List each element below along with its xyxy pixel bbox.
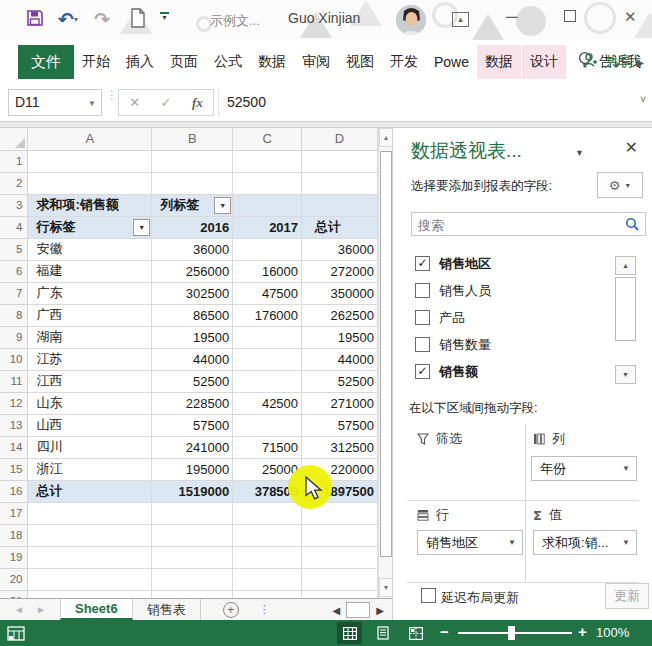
row-header-13[interactable]: 13 [0,414,28,436]
column-header-B[interactable]: B [152,128,233,150]
cell-C21[interactable] [233,590,302,598]
cell-D6[interactable]: 272000 [302,260,378,282]
close-button[interactable]: ✕ [624,8,637,26]
cell-B7[interactable]: 302500 [152,282,233,304]
cell-A20[interactable] [28,568,152,590]
share-button[interactable]: 共享 ▶ [582,45,644,79]
save-icon[interactable] [26,9,44,31]
cell-A6[interactable]: 福建 [28,260,152,282]
row-header-1[interactable]: 1 [0,150,28,172]
cell-B8[interactable]: 86500 [152,304,233,326]
zoom-out-icon[interactable]: − [440,623,449,640]
row-header-16[interactable]: 16 [0,480,28,502]
column-header-D[interactable]: D [302,128,378,150]
update-button[interactable]: 更新 [605,583,649,609]
row-header-10[interactable]: 10 [0,348,28,370]
field-item-4[interactable]: ✓销售额 [411,358,478,385]
cell-D12[interactable]: 271000 [302,392,378,414]
cell-C18[interactable] [233,524,302,546]
new-sheet-button[interactable]: + [223,599,239,620]
field-checkbox[interactable] [415,283,430,298]
sheet-nav-left-icon[interactable]: ◄ [14,604,24,615]
vertical-scrollbar[interactable]: ▲ ▼ [378,128,392,598]
cell-B19[interactable] [152,546,233,568]
cell-B13[interactable]: 57500 [152,414,233,436]
page-break-view-button[interactable] [403,622,428,644]
cell-A8[interactable]: 广西 [28,304,152,326]
ribbon-contextual-tab-1[interactable]: 设计 [522,45,567,79]
cell-A17[interactable] [28,502,152,524]
name-box-dropdown-icon[interactable]: ▼ [88,99,96,108]
ribbon-tab-6[interactable]: 视图 [338,45,382,79]
cell-B4[interactable]: 2016 [152,216,233,238]
row-header-6[interactable]: 6 [0,260,28,282]
cell-B3[interactable]: 列标签▼ [152,194,233,216]
field-checkbox[interactable]: ✓ [415,364,430,379]
cell-D9[interactable]: 19500 [302,326,378,348]
cell-D5[interactable]: 36000 [302,238,378,260]
cancel-entry-icon[interactable]: ✕ [129,95,140,110]
cell-B18[interactable] [152,524,233,546]
zoom-slider-track[interactable] [458,632,572,634]
cell-C2[interactable] [233,172,302,194]
cell-B17[interactable] [152,502,233,524]
pane-close-icon[interactable]: ✕ [625,138,638,157]
cell-B5[interactable]: 36000 [152,238,233,260]
cell-B16[interactable]: 1519000 [152,480,233,502]
cell-D4[interactable]: 总计 [302,216,378,238]
row-header-14[interactable]: 14 [0,436,28,458]
cell-B2[interactable] [152,172,233,194]
cell-C9[interactable] [233,326,302,348]
scroll-up-icon[interactable]: ▲ [379,128,393,147]
row-header-18[interactable]: 18 [0,524,28,546]
row-header-5[interactable]: 5 [0,238,28,260]
row-header-15[interactable]: 15 [0,458,28,480]
name-box[interactable]: D11▼ [8,89,102,116]
pane-options-icon[interactable]: ▼ [575,148,584,158]
sheet-tab[interactable]: 销售表 [133,599,201,620]
ribbon-contextual-tab-0[interactable]: 数据 [477,45,522,79]
cell-D19[interactable] [302,546,378,568]
row-header-17[interactable]: 17 [0,502,28,524]
field-item-2[interactable]: 产品 [411,304,465,331]
zoom-level[interactable]: 100% [596,625,629,640]
cell-A4[interactable]: 行标签▼ [28,216,152,238]
search-icon[interactable] [624,216,640,236]
field-list-scrollbar-thumb[interactable] [615,277,636,341]
page-layout-view-button[interactable] [370,622,395,644]
row-header-20[interactable]: 20 [0,568,28,590]
cell-A12[interactable]: 山东 [28,392,152,414]
horizontal-scrollbar[interactable]: ◀ ▶ [327,600,390,620]
defer-layout-checkbox[interactable] [421,588,436,603]
cell-D2[interactable] [302,172,378,194]
ribbon-tab-0[interactable]: 开始 [74,45,118,79]
formula-input[interactable]: 52500 [218,89,644,116]
normal-view-button[interactable] [337,622,362,644]
cell-C3[interactable] [233,194,302,216]
insert-function-icon[interactable]: fx [192,95,203,111]
cell-A9[interactable]: 湖南 [28,326,152,348]
cell-A19[interactable] [28,546,152,568]
cell-C4[interactable]: 2017 [233,216,302,238]
sheet-nav-right-icon[interactable]: ► [36,604,46,615]
field-item-3[interactable]: 销售数量 [411,331,491,358]
cell-D3[interactable] [302,194,378,216]
ribbon-tab-7[interactable]: 开发 [382,45,426,79]
row-header-4[interactable]: 4 [0,216,28,238]
cell-C11[interactable] [233,370,302,392]
zoom-in-icon[interactable]: + [578,623,587,640]
row-header-11[interactable]: 11 [0,370,28,392]
cell-A13[interactable]: 山西 [28,414,152,436]
search-input[interactable]: 搜索 [411,212,646,236]
row-header-8[interactable]: 8 [0,304,28,326]
maximize-button[interactable] [564,10,576,22]
cell-D14[interactable]: 312500 [302,436,378,458]
cell-C12[interactable]: 42500 [233,392,302,414]
field-checkbox[interactable] [415,337,430,352]
expand-formula-bar-icon[interactable]: ˅ [640,94,646,105]
cell-B21[interactable] [152,590,233,598]
ribbon-tab-5[interactable]: 审阅 [294,45,338,79]
column-header-C[interactable]: C [233,128,302,150]
filter-dropdown-icon[interactable]: ▼ [133,219,150,236]
redo-icon[interactable]: ↷ [94,8,110,31]
